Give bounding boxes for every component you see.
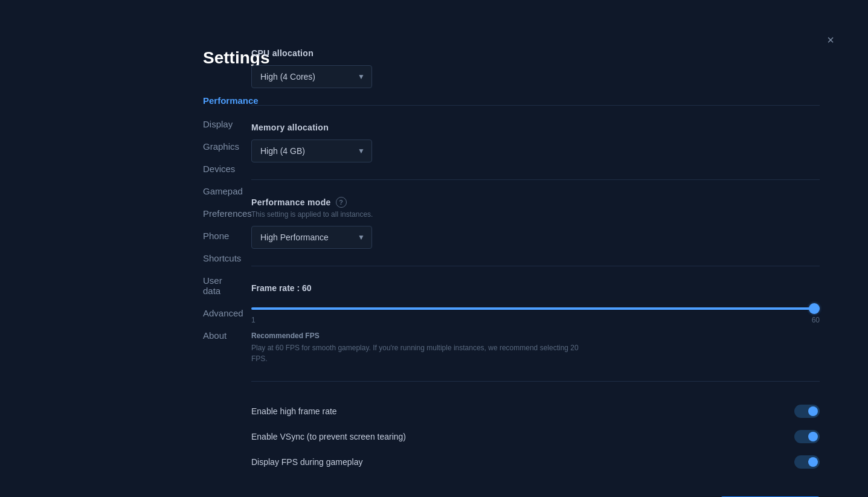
help-icon[interactable]: ? (336, 197, 347, 208)
memory-allocation-section: Memory allocation Low (1 GB) Medium (2 G… (251, 123, 820, 180)
cpu-allocation-select[interactable]: Low (1 Core) Medium (2 Cores) High (4 Co… (251, 65, 372, 88)
frame-rate-label: Frame rate : 60 (251, 283, 820, 293)
footer: i Some changes will apply on next launch… (251, 484, 820, 497)
toggle-vsync[interactable] (794, 430, 820, 443)
memory-allocation-select[interactable]: Low (1 GB) Medium (2 GB) High (4 GB) Ver… (251, 139, 372, 162)
cpu-allocation-wrapper: Low (1 Core) Medium (2 Cores) High (4 Co… (251, 65, 372, 88)
frame-rate-slider-container (251, 301, 820, 312)
slider-max-label: 60 (812, 316, 820, 324)
slider-labels: 1 60 (251, 316, 820, 324)
cpu-allocation-label: CPU allocation (251, 48, 820, 58)
performance-mode-section: Performance mode ? This setting is appli… (251, 197, 820, 266)
toggle-row-high-frame-rate: Enable high frame rate (251, 399, 820, 424)
close-button[interactable]: × (825, 31, 837, 48)
performance-mode-label: Performance mode (251, 197, 331, 207)
slider-min-label: 1 (251, 316, 256, 324)
toggle-row-vsync: Enable VSync (to prevent screen tearing) (251, 424, 820, 449)
toggle-high-frame-rate[interactable] (794, 405, 820, 418)
main-content: CPU allocation Low (1 Core) Medium (2 Co… (227, 48, 868, 497)
toggle-row-display-fps: Display FPS during gameplay (251, 449, 820, 475)
toggle-display-fps[interactable] (794, 455, 820, 469)
toggle-label-high-frame-rate: Enable high frame rate (251, 406, 337, 416)
performance-mode-sublabel: This setting is applied to all instances… (251, 210, 820, 219)
memory-allocation-wrapper: Low (1 GB) Medium (2 GB) High (4 GB) Ver… (251, 139, 372, 162)
toggles-section: Enable high frame rate Enable VSync (to … (251, 399, 820, 475)
cpu-allocation-section: CPU allocation Low (1 Core) Medium (2 Co… (251, 48, 820, 106)
toggle-label-display-fps: Display FPS during gameplay (251, 457, 362, 467)
toggle-label-vsync: Enable VSync (to prevent screen tearing) (251, 432, 406, 441)
frame-rate-section: Frame rate : 60 1 60 Recommended FPS Pla… (251, 283, 820, 382)
sidebar: Settings Performance Display Graphics De… (0, 48, 227, 497)
memory-allocation-label: Memory allocation (251, 123, 820, 132)
frame-rate-slider[interactable] (251, 307, 820, 310)
performance-mode-wrapper: Balanced High Performance Ultra Performa… (251, 226, 372, 249)
fps-info-text: Play at 60 FPS for smooth gameplay. If y… (251, 342, 590, 364)
performance-mode-select[interactable]: Balanced High Performance Ultra Performa… (251, 226, 372, 249)
settings-container: Settings Performance Display Graphics De… (0, 0, 868, 497)
performance-mode-label-row: Performance mode ? (251, 197, 820, 208)
fps-info-title: Recommended FPS (251, 332, 820, 340)
